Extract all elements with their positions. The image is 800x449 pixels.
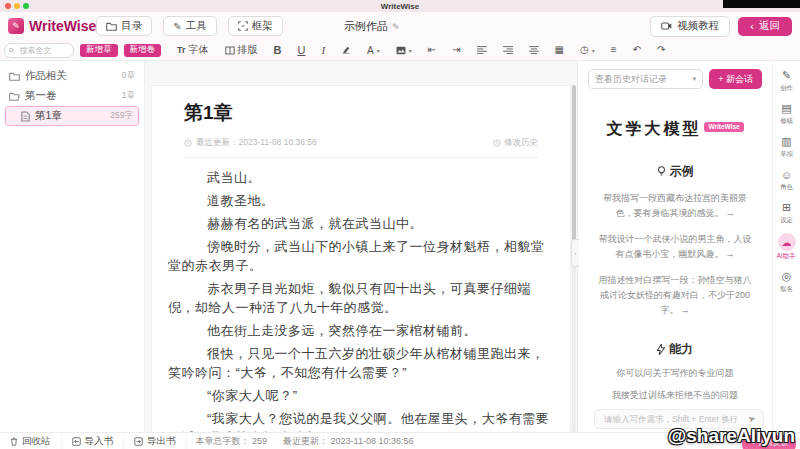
rail-item-revise[interactable]: ▤ 修稿 <box>779 101 794 126</box>
import-book-button[interactable]: 导入书 <box>62 433 125 449</box>
indent-decrease-button[interactable]: ⇤ <box>420 45 444 55</box>
align-left-button[interactable] <box>469 46 495 54</box>
chevron-left-icon: ‹ <box>750 21 754 32</box>
list-button[interactable]: ≡ <box>603 45 625 55</box>
revision-history-button[interactable]: 修改历史 <box>493 137 538 149</box>
example-prompt[interactable]: 用描述性对白撰写一段：孙悟空与猪八戒讨论女妖怪的有趣对白，不少于200字。→ <box>596 273 754 318</box>
editor-paragraph[interactable]: 道教圣地。 <box>168 191 554 210</box>
table-button[interactable]: ▦ <box>547 45 572 55</box>
rail-item-naming[interactable]: ◎ 取名 <box>779 269 794 294</box>
indent-increase-button[interactable]: ⇥ <box>444 45 468 55</box>
format-controls: Tr 字体 排版 B U I A ▾ ▾ ⇤ ⇥ ▦ <box>169 43 673 57</box>
recycle-bin-button[interactable]: 回收站 <box>0 433 62 449</box>
folder-icon <box>9 72 20 81</box>
collapse-panel-handle[interactable]: › <box>571 239 579 267</box>
font-menu[interactable]: Tr 字体 <box>169 43 217 57</box>
scrollbar-thumb[interactable] <box>572 85 576 265</box>
export-book-button[interactable]: 导出书 <box>124 433 187 449</box>
lightning-icon <box>657 344 665 355</box>
rail-item-setting[interactable]: ⊞ 设定 <box>779 200 794 225</box>
edit-title-icon[interactable]: ✎ <box>392 21 400 31</box>
editor-text-area[interactable]: 武当山。 道教圣地。 赫赫有名的武当派，就在武当山中。 傍晚时分，武当山下的小镇… <box>152 158 570 432</box>
example-list: 帮我描写一段西藏布达拉宫的美丽景色，要有身临其境的感觉。→ 帮我设计一个武侠小说… <box>578 191 772 318</box>
total-word-count: 本章总字数： 259 <box>196 435 268 448</box>
sidebar-item-chapter1[interactable]: 第1章 259字 <box>5 106 139 126</box>
editor-paragraph[interactable]: 赫赫有名的武当派，就在武当山中。 <box>168 214 554 233</box>
align-center-button[interactable] <box>521 46 547 54</box>
rail-item-create[interactable]: ✎ 创作 <box>779 68 794 93</box>
bold-button[interactable]: B <box>266 44 290 56</box>
menu-button-framework[interactable]: 框架 <box>228 16 283 36</box>
chapter-count: 0章 <box>122 70 135 82</box>
abilities-header: 能力 <box>578 341 772 358</box>
insert-image-button[interactable]: ▾ <box>388 46 420 55</box>
indent-right-icon: ⇥ <box>452 45 460 55</box>
timer-menu[interactable]: ◷ ▾ <box>572 45 603 55</box>
chat-input[interactable] <box>602 413 744 425</box>
chapter-count: 1章 <box>122 90 135 102</box>
document-icon <box>21 111 30 122</box>
back-button[interactable]: ‹ 返回 <box>738 17 792 36</box>
align-right-button[interactable] <box>495 46 521 54</box>
example-prompt[interactable]: 帮我描写一段西藏布达拉宫的美丽景色，要有身临其境的感觉。→ <box>596 191 754 221</box>
watermark: @shareAliyun <box>668 425 795 447</box>
send-icon[interactable]: ➤ <box>747 413 758 425</box>
undo-button[interactable]: ↶ <box>625 45 649 55</box>
arrow-right-icon: → <box>726 249 735 259</box>
caret-down-icon: ▾ <box>592 47 595 54</box>
rail-item-draft[interactable]: ▥ 草拟 <box>779 134 794 159</box>
arrow-right-icon: → <box>681 305 690 315</box>
align-right-icon <box>503 46 513 54</box>
redo-button[interactable]: ↷ <box>649 45 673 55</box>
rail-item-character[interactable]: ☺ 角色 <box>779 167 794 192</box>
window-title: WriteWise <box>0 2 800 11</box>
quill-icon: ✎ <box>782 68 791 83</box>
new-chat-button[interactable]: + 新会话 <box>709 69 762 89</box>
editor-page[interactable]: 第1章 最近更新：2023-11-08 10:36:56 修改历史 武当山。 道… <box>151 85 571 432</box>
chapter-meta: 最近更新：2023-11-08 10:36:56 修改历史 <box>184 137 538 158</box>
layout-menu[interactable]: 排版 <box>217 43 266 57</box>
ability-item: 你可以问关于写作的专业问题 <box>578 367 772 380</box>
underline-button[interactable]: U <box>289 44 313 56</box>
editor-paragraph[interactable]: 赤衣男子目光如炬，貌似只有四十出头，可真要仔细端倪，却给人一种活了八九十年的感觉… <box>168 279 554 317</box>
highlighter-button[interactable] <box>333 45 359 55</box>
example-prompt[interactable]: 帮我设计一个武侠小说的男主角，人设有点像韦小宝，幽默风趣。→ <box>596 232 754 262</box>
editor-paragraph[interactable]: 傍晚时分，武当山下的小镇上来了一位身材魁梧，相貌堂堂的赤衣男子。 <box>168 237 554 275</box>
arrow-right-icon: → <box>726 208 735 218</box>
model-title: 文学大模型 <box>606 119 701 138</box>
last-updated: 最近更新： 2023-11-08 10:36:56 <box>283 435 413 448</box>
sidebar-item-volume1[interactable]: 第一卷 1章 <box>0 86 144 106</box>
examples-header: 示例 <box>578 163 772 180</box>
clock-icon: ◷ <box>580 45 589 55</box>
chat-bubble-icon: ☁ <box>778 233 796 251</box>
font-color-button[interactable]: A ▾ <box>359 45 388 56</box>
add-chapter-button[interactable]: 新增章 <box>80 44 118 57</box>
caret-down-icon: ▾ <box>693 75 697 83</box>
export-icon <box>134 437 143 446</box>
fulltext-search[interactable] <box>4 43 74 58</box>
rail-item-ai-assistant[interactable]: ☁ AI助手 <box>775 233 797 261</box>
editor-paragraph[interactable]: “你家大人呢？” <box>168 386 554 405</box>
italic-button[interactable]: I <box>313 44 333 56</box>
editor-paragraph[interactable]: 他在街上走没多远，突然停在一家棺材铺前。 <box>168 321 554 340</box>
editor-toolbar: 新增章 新增卷 Tr 字体 排版 B U I A ▾ ▾ ⇤ ⇥ <box>0 40 800 61</box>
editor-paragraph[interactable]: “我家大人？您说的是我义父啊。他在屋里头，大爷有需要的话，我这就去把他叫来。” <box>168 409 554 432</box>
menu-button-catalog[interactable]: 目录 <box>96 16 152 36</box>
editor-paragraph[interactable]: 武当山。 <box>168 168 554 187</box>
history-dropdown[interactable]: 查看历史对话记录 ▾ <box>588 69 703 89</box>
add-volume-button[interactable]: 新增卷 <box>124 44 162 57</box>
editor-paragraph[interactable]: 很快，只见一个十五六岁的壮硕少年从棺材铺里跑出来，笑吟吟问：“大爷，不知您有什么… <box>168 344 554 382</box>
sidebar-item-related[interactable]: 作品相关 0章 <box>0 66 144 86</box>
word-count: 259字 <box>110 110 133 122</box>
menu-button-tools[interactable]: ✎ 工具 <box>163 16 216 36</box>
macos-titlebar: WriteWise <box>0 0 800 12</box>
last-updated: 最近更新：2023-11-08 10:36:56 <box>196 137 317 149</box>
search-input[interactable] <box>18 45 69 56</box>
document-title: 示例作品 ✎ <box>344 19 400 34</box>
screen-cutout-bar <box>723 0 800 8</box>
ability-item: 我接受过训练来拒绝不当的问题 <box>578 389 772 402</box>
folder-icon <box>106 22 117 31</box>
video-tutorial-button[interactable]: 视频教程 <box>650 16 730 37</box>
model-badge: WriteWise <box>704 122 743 132</box>
history-icon <box>493 139 501 147</box>
